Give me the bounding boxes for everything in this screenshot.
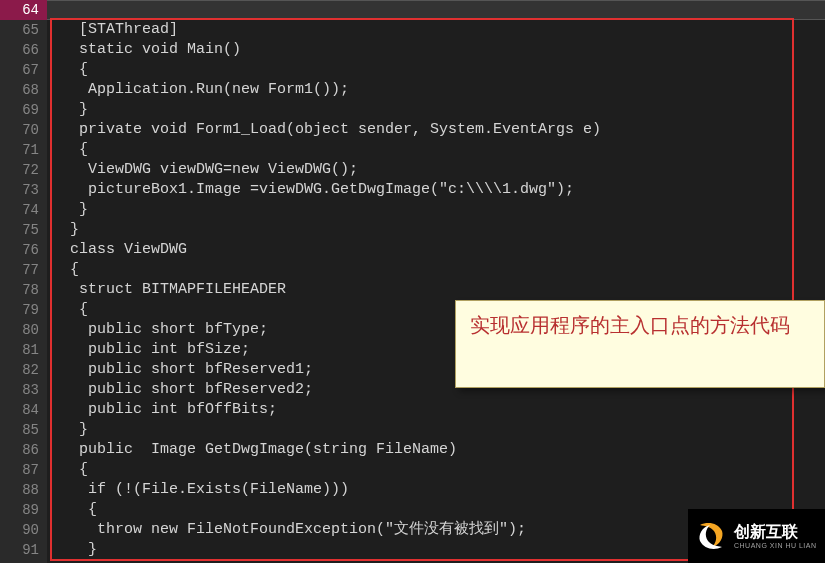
line-number: 70 <box>0 120 47 140</box>
code-line[interactable]: } <box>47 100 825 120</box>
line-number: 79 <box>0 300 47 320</box>
line-number: 90 <box>0 520 47 540</box>
line-number: 89 <box>0 500 47 520</box>
logo-text-cn: 创新互联 <box>734 524 817 540</box>
watermark-logo: 创新互联 CHUANG XIN HU LIAN <box>688 509 825 563</box>
line-number: 82 <box>0 360 47 380</box>
annotation-text: 实现应用程序的主入口点的方法代码 <box>470 314 790 336</box>
line-number: 75 <box>0 220 47 240</box>
annotation-tooltip: 实现应用程序的主入口点的方法代码 <box>455 300 825 388</box>
line-number: 72 <box>0 160 47 180</box>
code-line[interactable]: [STAThread] <box>47 20 825 40</box>
line-number: 85 <box>0 420 47 440</box>
code-line[interactable]: if (!(File.Exists(FileName))) <box>47 480 825 500</box>
logo-icon <box>694 519 728 553</box>
line-number-gutter: 6465666768697071727374757677787980818283… <box>0 0 47 563</box>
line-number: 66 <box>0 40 47 60</box>
code-line[interactable]: public int bfOffBits; <box>47 400 825 420</box>
code-line[interactable]: } <box>47 220 825 240</box>
code-line[interactable]: { <box>47 140 825 160</box>
line-number: 81 <box>0 340 47 360</box>
line-number: 64 <box>0 0 47 20</box>
code-editor[interactable]: 6465666768697071727374757677787980818283… <box>0 0 825 563</box>
code-line[interactable]: { <box>47 260 825 280</box>
code-line[interactable]: pictureBox1.Image =viewDWG.GetDwgImage("… <box>47 180 825 200</box>
line-number: 91 <box>0 540 47 560</box>
line-number: 65 <box>0 20 47 40</box>
line-number: 67 <box>0 60 47 80</box>
line-number: 87 <box>0 460 47 480</box>
code-line[interactable]: { <box>47 60 825 80</box>
code-line[interactable]: struct BITMAPFILEHEADER <box>47 280 825 300</box>
code-line[interactable]: } <box>47 420 825 440</box>
code-line[interactable]: static void Main() <box>47 40 825 60</box>
code-line[interactable]: ViewDWG viewDWG=new ViewDWG(); <box>47 160 825 180</box>
code-line[interactable]: { <box>47 460 825 480</box>
line-number: 69 <box>0 100 47 120</box>
code-area[interactable]: [STAThread] static void Main() { Applica… <box>47 0 825 563</box>
line-number: 74 <box>0 200 47 220</box>
line-number: 71 <box>0 140 47 160</box>
logo-text-en: CHUANG XIN HU LIAN <box>734 542 817 549</box>
line-number: 83 <box>0 380 47 400</box>
line-number: 84 <box>0 400 47 420</box>
line-number: 78 <box>0 280 47 300</box>
line-number: 80 <box>0 320 47 340</box>
line-number: 77 <box>0 260 47 280</box>
line-number: 88 <box>0 480 47 500</box>
line-number: 68 <box>0 80 47 100</box>
code-line[interactable]: Application.Run(new Form1()); <box>47 80 825 100</box>
code-line[interactable]: public Image GetDwgImage(string FileName… <box>47 440 825 460</box>
code-line[interactable]: private void Form1_Load(object sender, S… <box>47 120 825 140</box>
line-number: 86 <box>0 440 47 460</box>
code-line[interactable] <box>47 0 825 20</box>
line-number: 73 <box>0 180 47 200</box>
line-number: 76 <box>0 240 47 260</box>
code-line[interactable]: class ViewDWG <box>47 240 825 260</box>
code-line[interactable]: } <box>47 200 825 220</box>
